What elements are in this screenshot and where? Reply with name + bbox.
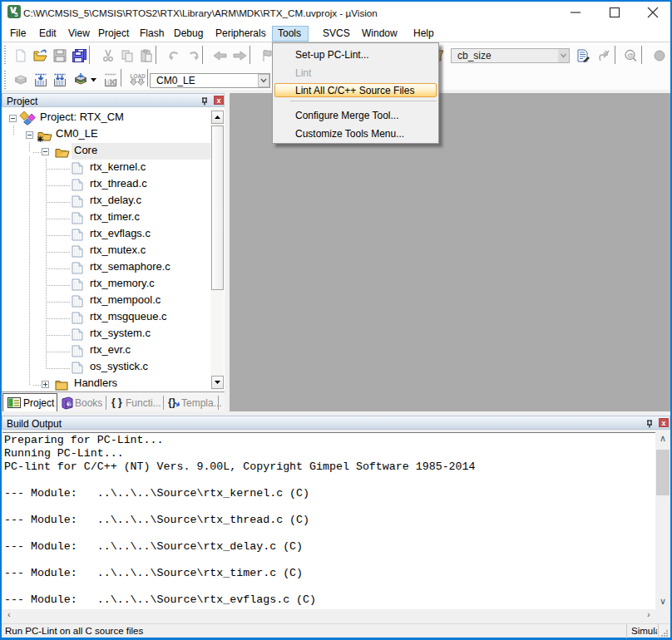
svg-text:?: ? <box>67 401 71 407</box>
svg-text:@: @ <box>627 52 634 59</box>
svg-text:✳: ✳ <box>37 135 44 142</box>
svg-text:LOAD: LOAD <box>131 73 146 79</box>
svg-text:5: 5 <box>15 12 18 17</box>
